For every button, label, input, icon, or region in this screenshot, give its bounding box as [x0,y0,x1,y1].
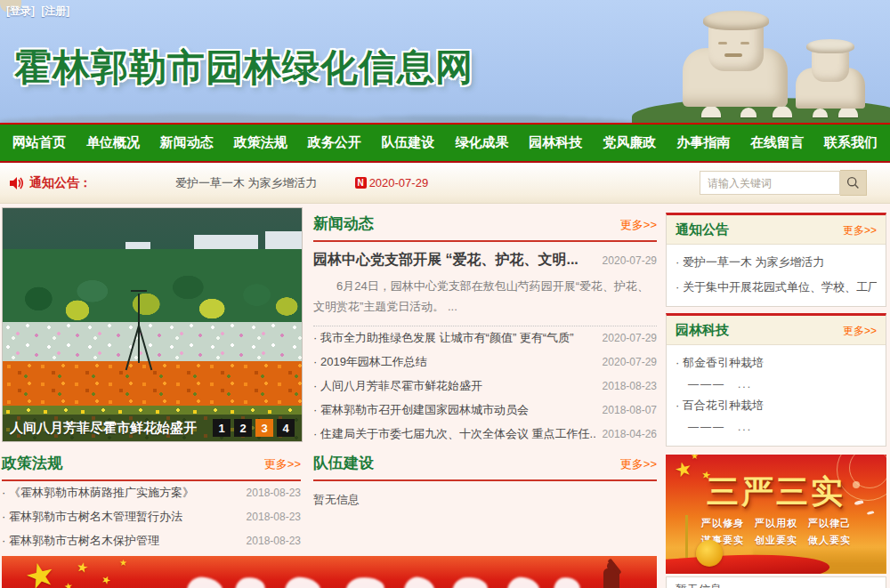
new-badge-icon: N [355,177,367,189]
tech-box-header: 园林科技 更多>> [667,316,886,345]
nav-item-team[interactable]: 队伍建设 [382,134,435,151]
site-header: [登录] [注册] 霍林郭勒市园林绿化信息网 [0,0,890,123]
carousel-page-3-active[interactable]: 3 [255,419,273,437]
notice-box-item[interactable]: 爱护一草一木 为家乡增活力 [676,250,877,275]
tech-box-body: 郁金香引种栽培 ——— ... 百合花引种栽培 ——— ... [667,345,886,443]
hills-backdrop [0,105,676,123]
topbar-links: [登录] [注册] [6,4,73,19]
statue-mustache [724,53,742,57]
carousel-caption-link[interactable]: 人间八月芳菲尽霍市鲜花始盛开 [10,420,197,437]
carousel-page-4[interactable]: 4 [277,419,295,437]
policy-section: 政策法规 更多>> 《霍林郭勒市林荫路推广实施方案》 2018-08-23 霍林… [2,453,301,557]
featured-article-title[interactable]: 园林中心党支部开展 “爱花、护花、文明... [313,251,595,270]
tech-box-item[interactable]: 百合花引种栽培 [676,393,877,418]
notice-box-title: 通知公告 [676,222,729,238]
news-item-date: 2018-08-23 [603,380,657,392]
divider [313,240,657,242]
team-empty-text: 暂无信息 [313,492,657,508]
carousel-art-trees [3,249,302,326]
big-star-icon [20,556,60,588]
notice-box-body: 爱护一草一木 为家乡增活力 关于集中开展花园式单位、学校、工厂... [667,245,886,307]
nav-item-policy[interactable]: 政策法规 [234,134,287,151]
calligraphy-decoration [506,576,540,588]
policy-item-link[interactable]: 《霍林郭勒市林荫路推广实施方案》 [2,485,239,501]
notice-box-more-link[interactable]: 更多>> [843,223,877,238]
divider [2,479,301,481]
news-list: 我市全力助推绿色发展 让城市有“颜值” 更有“气质” 2020-07-29 20… [313,330,657,450]
calligraphy-decoration [402,576,436,588]
worker-statue-silhouette [603,568,619,588]
main-nav: 网站首页 单位概况 新闻动态 政策法规 政务公开 队伍建设 绿化成果 园林科技 … [0,123,890,163]
carousel-page-2[interactable]: 2 [234,419,252,437]
bottom-right-box: 暂无信息 [666,576,886,588]
star-icon [119,558,127,568]
tech-box: 园林科技 更多>> 郁金香引种栽培 ——— ... 百合花引种栽培 ——— ..… [666,313,886,447]
statue-eye [740,42,749,44]
carousel-caption-bar: 人间八月芳菲尽霍市鲜花始盛开 1 2 3 4 [3,415,302,441]
search-input[interactable] [700,171,840,195]
page: [登录] [注册] 霍林郭勒市园林绿化信息网 网站首页 单位概况 新闻动态 政策… [0,0,890,588]
policy-item-date: 2018-08-23 [247,487,301,499]
news-item-link[interactable]: 我市全力助推绿色发展 让城市有“颜值” 更有“气质” [313,330,595,346]
featured-article: 园林中心党支部开展 “爱花、护花、文明... 2020-07-29 [313,251,657,270]
team-header: 队伍建设 更多>> [313,453,657,473]
nav-item-party[interactable]: 党风廉政 [603,134,656,151]
news-more-link[interactable]: 更多>> [620,217,657,233]
carousel-page-1[interactable]: 1 [213,419,231,437]
news-item-link[interactable]: 住建局关于市委七届九次、十次全体会议 重点工作任... [313,426,595,442]
carousel-art-sprinkler-top [131,290,147,292]
news-item-link[interactable]: 2019年园林工作总结 [313,354,595,370]
statue-hat [806,39,854,53]
search-button[interactable] [840,170,867,196]
photo-carousel[interactable]: 人间八月芳菲尽霍市鲜花始盛开 1 2 3 4 [2,207,303,442]
nav-item-message[interactable]: 在线留言 [750,134,804,151]
tech-box-item[interactable]: 郁金香引种栽培 [676,350,877,375]
nav-item-guide[interactable]: 办事指南 [676,134,730,151]
dotted-divider [313,326,657,326]
party-emblem-decoration [696,540,723,567]
tech-box-more-link[interactable]: 更多>> [843,324,877,339]
banner-title: 三严三实 [666,471,886,514]
bottom-red-banner [2,556,657,588]
policy-item-link[interactable]: 霍林郭勒市古树名木保护管理 [2,533,239,549]
nav-item-contact[interactable]: 联系我们 [824,134,878,151]
login-link[interactable]: [登录] [6,4,35,17]
notice-date: 2020-07-29 [369,176,429,189]
notice-label: 通知公告： [29,175,92,191]
nav-item-home[interactable]: 网站首页 [12,134,66,151]
nav-item-gov-affairs[interactable]: 政务公开 [308,134,361,151]
news-item-date: 2018-04-26 [603,428,657,440]
nav-item-news[interactable]: 新闻动态 [160,134,214,151]
news-item-link[interactable]: 人间八月芳菲尽霍市鲜花始盛开 [313,378,595,394]
calligraphy-decoration [233,576,267,588]
notice-bar: 通知公告： 爱护一草一木 为家乡增活力 N 2020-07-29 [0,163,890,204]
news-list-item: 2019年园林工作总结 2020-07-29 [313,354,657,378]
policy-list-item: 霍林郭勒市古树名木保护管理 2018-08-23 [2,533,301,557]
notice-box-item[interactable]: 关于集中开展花园式单位、学校、工厂... [676,275,877,300]
notice-scroll-link[interactable]: 爱护一草一木 为家乡增活力 [175,175,318,191]
bottom-right-empty-text: 暂无信息 [676,583,722,588]
news-header: 新闻动态 更多>> [313,213,657,234]
news-item-link[interactable]: 霍林郭勒市召开创建国家园林城市动员会 [313,402,595,418]
nav-item-tech[interactable]: 园林科技 [529,134,582,151]
calligraphy-decoration [284,576,321,588]
carousel-art-orange-flowers [3,361,302,406]
team-title: 队伍建设 [313,453,374,473]
policy-item-date: 2018-08-23 [247,535,301,547]
nav-item-about[interactable]: 单位概况 [86,134,140,151]
yurt-dome [813,109,828,117]
nav-item-greening[interactable]: 绿化成果 [455,134,508,151]
policy-list-item: 《霍林郭勒市林荫路推广实施方案》 2018-08-23 [2,485,301,509]
register-link[interactable]: [注册] [41,4,69,17]
policy-more-link[interactable]: 更多>> [264,456,301,472]
sanyan-sanshi-banner[interactable]: 三严三实 严以修身 严以用权 严以律己 谋事要实 创业要实 做人要实 [666,455,886,574]
policy-list: 《霍林郭勒市林荫路推广实施方案》 2018-08-23 霍林郭勒市古树名木管理暂… [2,485,301,557]
news-section: 新闻动态 更多>> 园林中心党支部开展 “爱花、护花、文明... 2020-07… [313,213,657,450]
policy-item-link[interactable]: 霍林郭勒市古树名木管理暂行办法 [2,509,239,525]
news-list-item: 住建局关于市委七届九次、十次全体会议 重点工作任... 2018-04-26 [313,426,657,450]
news-list-item: 人间八月芳菲尽霍市鲜花始盛开 2018-08-23 [313,378,657,402]
carousel-art-pink-flowers [3,322,302,361]
team-more-link[interactable]: 更多>> [620,456,657,472]
divider [313,479,657,481]
tech-box-item-sub: ——— ... [676,418,877,436]
